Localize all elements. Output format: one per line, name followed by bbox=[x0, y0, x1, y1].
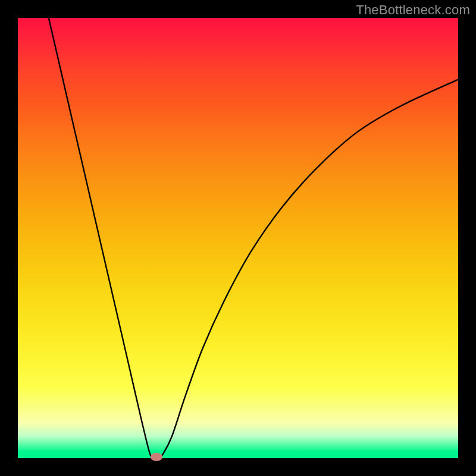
bottleneck-curve bbox=[18, 18, 458, 458]
plot-area bbox=[18, 18, 458, 458]
watermark-text: TheBottleneck.com bbox=[356, 2, 470, 18]
chart-container: TheBottleneck.com bbox=[0, 0, 476, 476]
optimum-marker bbox=[151, 453, 162, 461]
